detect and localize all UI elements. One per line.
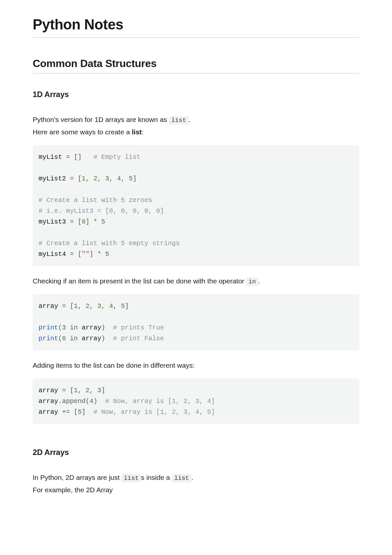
paragraph: Here are some ways to create a list:	[33, 126, 359, 138]
section-heading: Common Data Structures	[33, 58, 359, 74]
inline-code: list	[172, 474, 191, 482]
paragraph: In Python, 2D arrays are just lists insi…	[33, 472, 359, 483]
inline-code: list	[122, 474, 141, 482]
paragraph: Python's version for 1D arrays are known…	[33, 114, 359, 126]
inline-code: in	[246, 278, 258, 286]
code-block: array = [1, 2, 3] array.append(4) # Now,…	[33, 378, 359, 424]
paragraph: Checking if an item is present in the li…	[33, 275, 359, 287]
code-block: myList = [] # Empty list myList2 = [1, 2…	[33, 145, 359, 266]
subsection-1d-arrays: 1D Arrays	[33, 90, 359, 99]
paragraph: For example, the 2D Array	[33, 484, 359, 496]
page-title: Python Notes	[33, 16, 359, 38]
code-block: array = [1, 2, 3, 4, 5] print(3 in array…	[33, 294, 359, 350]
paragraph: Adding items to the list can be done in …	[33, 360, 359, 371]
inline-code: list	[169, 116, 188, 125]
subsection-2d-arrays: 2D Arrays	[33, 448, 359, 457]
